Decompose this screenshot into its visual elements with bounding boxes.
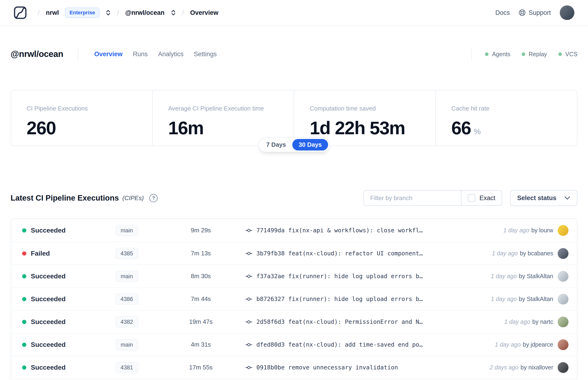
stat-card: Cache hit rate 66%	[435, 90, 577, 146]
meta-cell: 1 day ago by StalkAltan	[491, 271, 569, 282]
breadcrumb: / nrwl Enterprise / @nrwl/ocean / Overvi…	[38, 7, 218, 18]
git-commit-icon	[246, 365, 252, 370]
duration: 9m 29s	[156, 227, 246, 234]
feature-indicator[interactable]: VCS	[558, 51, 577, 57]
breadcrumb-separator: /	[182, 8, 184, 17]
execution-row[interactable]: Succeeded 4386 7m 44s b8726327 fix(runne…	[11, 287, 577, 310]
git-commit-icon	[246, 320, 252, 324]
exact-checkbox[interactable]	[468, 194, 475, 202]
author: by jdpearce	[523, 341, 553, 348]
branch-filter-input[interactable]	[364, 191, 461, 205]
execution-row[interactable]: Succeeded 4382 19m 47s 2d58f6d3 feat(nx-…	[11, 310, 577, 333]
navbar-actions: Docs Support	[495, 5, 574, 20]
workspace-switcher chevron-up-down-icon[interactable]	[171, 9, 176, 16]
commit-cell: b8726327 fix(runner): hide log upload er…	[246, 296, 491, 303]
nx-cloud-logo-icon[interactable]	[14, 6, 27, 19]
docs-link[interactable]: Docs	[495, 9, 510, 17]
status-select-label: Select status	[517, 194, 556, 202]
breadcrumb-separator: /	[38, 8, 40, 17]
divider	[471, 49, 472, 59]
workspace-tab[interactable]: Overview	[94, 51, 123, 58]
meta-cell: 1 day ago by nartc	[504, 317, 569, 327]
meta-cell: 1 day ago by StalkAltan	[491, 294, 569, 304]
branch-badge[interactable]: 4381	[115, 362, 138, 373]
status-cell: Succeeded	[22, 341, 97, 348]
status-label: Succeeded	[31, 318, 66, 326]
feature-indicator[interactable]: Agents	[485, 51, 510, 57]
branch-badge[interactable]: main	[115, 339, 138, 350]
meta-cell: 1 day ago by bcabanes	[492, 248, 569, 259]
stat-value: 260	[27, 117, 152, 139]
exact-match-section: Exact	[461, 191, 502, 205]
avatar	[558, 294, 569, 304]
status-select-dropdown[interactable]: Select status	[510, 190, 577, 206]
execution-row[interactable]: Succeeded 4381 17m 55s 0918b0be remove u…	[11, 356, 577, 379]
user-avatar[interactable]	[560, 5, 574, 20]
stats-cards: CI Pipeline Executions 260 Average CI Pi…	[11, 90, 577, 146]
execution-row[interactable]: Succeeded main 9m 29s 771499da fix(nx-ap…	[11, 219, 577, 242]
branch-cell: main	[97, 339, 156, 350]
workspace-tab[interactable]: Settings	[194, 51, 217, 58]
commit-message[interactable]: b8726327 fix(runner): hide log upload er…	[256, 296, 423, 303]
duration: 7m 13s	[156, 250, 246, 257]
branch-badge[interactable]: 4382	[115, 316, 138, 327]
status-dot	[22, 274, 26, 278]
status-dot	[22, 365, 26, 370]
section-subtitle: (CIPEs)	[122, 194, 144, 202]
commit-message[interactable]: 3b79fb38 feat(nx-cloud): refactor UI com…	[256, 250, 423, 257]
time-ago: 1 day ago	[491, 296, 517, 303]
stat-unit: %	[474, 127, 481, 136]
workspace-tab[interactable]: Analytics	[158, 51, 183, 58]
indicator-label: Replay	[529, 51, 547, 57]
commit-message[interactable]: f37a32ae fix(runner): hide log upload er…	[256, 273, 423, 280]
time-ago: 2 days ago	[490, 364, 518, 371]
branch-badge[interactable]: 4386	[115, 293, 138, 305]
feature-indicators: Agents Replay VCS	[471, 49, 577, 59]
lifebuoy-icon	[519, 9, 526, 16]
commit-message[interactable]: 0918b0be remove unnecessary invalidation	[256, 364, 398, 371]
avatar	[558, 225, 569, 236]
author: by bcabanes	[520, 250, 553, 257]
enterprise-badge[interactable]: Enterprise	[65, 7, 99, 18]
git-commit-icon	[246, 251, 252, 256]
commit-message[interactable]: 2d58f6d3 feat(nx-cloud): PermissionError…	[256, 318, 423, 325]
branch-badge[interactable]: main	[115, 225, 138, 236]
status-label: Succeeded	[31, 341, 66, 348]
feature-indicator[interactable]: Replay	[522, 51, 547, 57]
author: by nixallover	[520, 364, 553, 371]
org-switcher chevron-up-down-icon[interactable]	[106, 9, 111, 16]
execution-row[interactable]: Succeeded main 8m 30s f37a32ae fix(runne…	[11, 265, 577, 287]
duration: 4m 31s	[156, 341, 246, 348]
avatar	[558, 317, 569, 327]
status-dot	[522, 53, 525, 56]
time-ago: 1 day ago	[504, 318, 530, 325]
commit-message[interactable]: dfed80d3 feat(nx-cloud): add time-saved …	[256, 341, 423, 348]
execution-row[interactable]: Succeeded main 4m 31s dfed80d3 feat(nx-c…	[11, 333, 577, 356]
status-dot	[22, 320, 26, 324]
author: by StalkAltan	[519, 273, 553, 280]
support-link[interactable]: Support	[519, 9, 551, 17]
execution-row[interactable]: Failed 4385 7m 13s 3b79fb38 feat(nx-clou…	[11, 242, 577, 265]
meta-cell: 1 day ago by jdpearce	[495, 339, 569, 350]
author: by nartc	[532, 318, 553, 325]
status-label: Succeeded	[31, 295, 66, 303]
indicator-label: Agents	[492, 51, 510, 57]
next-row-partial	[11, 379, 577, 380]
git-commit-icon	[246, 274, 252, 278]
breadcrumb-org[interactable]: nrwl	[46, 9, 59, 17]
branch-cell: 4382	[97, 316, 156, 327]
executions-controls: Exact Select status	[363, 190, 577, 206]
breadcrumb-workspace[interactable]: @nrwl/ocean	[125, 9, 164, 17]
stat-label: CI Pipeline Executions	[27, 105, 152, 112]
branch-cell: 4386	[97, 293, 156, 305]
branch-badge[interactable]: main	[115, 271, 138, 282]
workspace-tab[interactable]: Runs	[133, 51, 148, 58]
date-range-option[interactable]: 30 Days	[292, 139, 328, 151]
status-cell: Succeeded	[22, 227, 97, 234]
branch-badge[interactable]: 4385	[115, 248, 138, 259]
branch-cell: 4381	[97, 362, 156, 373]
help-icon[interactable]: ?	[149, 194, 158, 202]
date-range-option[interactable]: 7 Days	[260, 139, 292, 151]
commit-message[interactable]: 771499da fix(nx-api & workflows): close …	[256, 227, 423, 234]
git-commit-icon	[246, 228, 252, 232]
